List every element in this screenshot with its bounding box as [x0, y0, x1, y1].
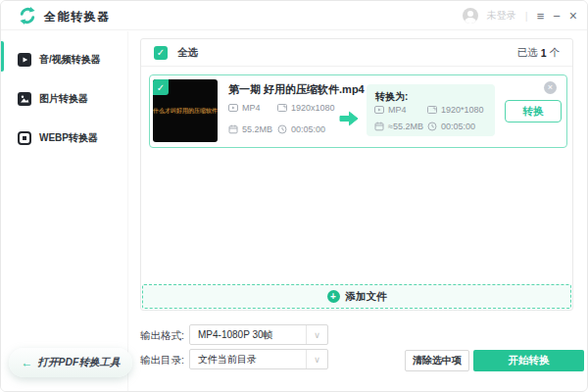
resolution-icon — [427, 105, 437, 115]
open-pdf-tool-button[interactable]: ← 打开PDF转换工具 — [9, 348, 132, 377]
output-format-value: MP4-1080P 30帧 — [190, 328, 306, 342]
target-duration: 00:05:00 — [427, 122, 475, 131]
minimize-icon[interactable]: − — [553, 10, 561, 23]
selected-number: 1 — [541, 47, 547, 59]
source-resolution-value: 1920x1080 — [291, 103, 335, 113]
source-duration: 00:05:00 — [277, 124, 325, 134]
target-format-value: MP4 — [388, 105, 407, 115]
source-duration-value: 00:05:00 — [291, 124, 325, 134]
sidebar-item-webp-converter[interactable]: WEBP转换器 — [1, 119, 127, 158]
output-directory-label: 输出目录: — [140, 354, 184, 368]
source-resolution: 1920x1080 — [277, 103, 335, 113]
file-name: 第一期 好用的压缩软件.mp4 — [228, 82, 365, 97]
sync-logo-icon — [18, 6, 37, 25]
remove-glyph: × — [548, 83, 553, 92]
file-checkbox[interactable]: ✓ — [153, 79, 169, 95]
back-arrow-icon: ← — [22, 356, 33, 369]
select-all-checkbox[interactable]: ✓ — [154, 46, 168, 60]
select-all-label: 全选 — [177, 46, 198, 60]
sidebar-item-label: WEBP转换器 — [39, 131, 98, 145]
sidebar-item-label: 图片转换器 — [39, 92, 88, 106]
source-size: 55.2MB — [228, 124, 272, 134]
checkbox-check-icon: ✓ — [157, 48, 165, 58]
login-status[interactable]: 未登录 — [487, 9, 516, 23]
target-size-value: ≈55.2MB — [388, 122, 423, 131]
checkbox-check-icon: ✓ — [157, 82, 165, 93]
plus-icon: + — [327, 290, 340, 303]
clear-selected-button[interactable]: 清除选中项 — [405, 350, 469, 371]
titlebar: 全能转换器 未登录 | ≡ − × — [1, 1, 587, 30]
output-directory-value: 文件当前目录 — [190, 353, 306, 367]
app-window: 全能转换器 未登录 | ≡ − × 音/视频转换器 图片转换器 — [0, 0, 588, 392]
filesize-icon — [228, 124, 238, 134]
file-list-panel: ✓ 全选 已选 1 个 ✓ 什么才叫好用的压缩软件 第一期 好用的压缩软件.mp… — [140, 38, 573, 311]
target-resolution-value: 1920*1080 — [441, 105, 484, 115]
sidebar-item-av-converter[interactable]: 音/视频转换器 — [1, 40, 127, 79]
arrow-right-icon — [339, 111, 359, 126]
webp-converter-icon — [18, 131, 31, 145]
image-converter-icon — [18, 92, 31, 106]
file-card: ✓ 什么才叫好用的压缩软件 第一期 好用的压缩软件.mp4 MP4 1920x1… — [149, 74, 567, 148]
target-size: ≈55.2MB — [374, 122, 423, 131]
start-convert-button[interactable]: 开始转换 — [473, 350, 584, 371]
convert-to-label: 转换为: — [375, 90, 408, 104]
app-title: 全能转换器 — [44, 9, 111, 25]
duration-icon — [277, 124, 287, 134]
remove-icon[interactable]: × — [544, 81, 557, 94]
convert-target-panel: 转换为: MP4 1920*1080 ≈55.2MB 00:05:00 — [367, 84, 495, 136]
selected-prefix: 已选 — [517, 46, 538, 60]
duration-icon — [427, 122, 437, 131]
chevron-down-icon: ∨ — [306, 325, 327, 344]
source-format: MP4 — [228, 103, 261, 113]
source-format-value: MP4 — [242, 103, 261, 113]
selected-count: 已选 1 个 — [517, 46, 560, 60]
target-duration-value: 00:05:00 — [441, 122, 475, 131]
list-header: ✓ 全选 已选 1 个 — [141, 39, 572, 67]
sidebar-item-label: 音/视频转换器 — [39, 53, 101, 67]
format-icon — [374, 105, 384, 115]
source-size-value: 55.2MB — [242, 124, 272, 134]
sidebar-item-image-converter[interactable]: 图片转换器 — [1, 79, 127, 119]
chevron-down-icon: ∨ — [306, 350, 327, 368]
pdf-tool-label: 打开PDF转换工具 — [38, 356, 121, 369]
target-resolution: 1920*1080 — [427, 105, 484, 115]
target-format: MP4 — [374, 105, 407, 115]
thumbnail-caption: 什么才叫好用的压缩软件 — [153, 107, 218, 116]
sidebar: 音/视频转换器 图片转换器 WEBP转换器 ← 打开PDF转换工具 — [1, 31, 128, 391]
add-files-button[interactable]: + 添加文件 — [142, 284, 571, 309]
filesize-icon — [374, 122, 384, 131]
format-icon — [228, 103, 238, 113]
selected-unit: 个 — [550, 46, 561, 60]
convert-button[interactable]: 转换 — [505, 100, 562, 122]
output-format-label: 输出格式: — [140, 329, 184, 343]
add-files-label: 添加文件 — [346, 290, 387, 304]
video-converter-icon — [18, 53, 31, 67]
output-format-select[interactable]: MP4-1080P 30帧 ∨ — [189, 324, 328, 345]
output-directory-select[interactable]: 文件当前目录 ∨ — [189, 349, 328, 369]
close-icon[interactable]: × — [569, 9, 577, 23]
menu-icon[interactable]: ≡ — [537, 10, 545, 23]
avatar-icon[interactable] — [463, 8, 478, 24]
titlebar-divider: | — [525, 10, 528, 22]
resolution-icon — [277, 103, 287, 113]
